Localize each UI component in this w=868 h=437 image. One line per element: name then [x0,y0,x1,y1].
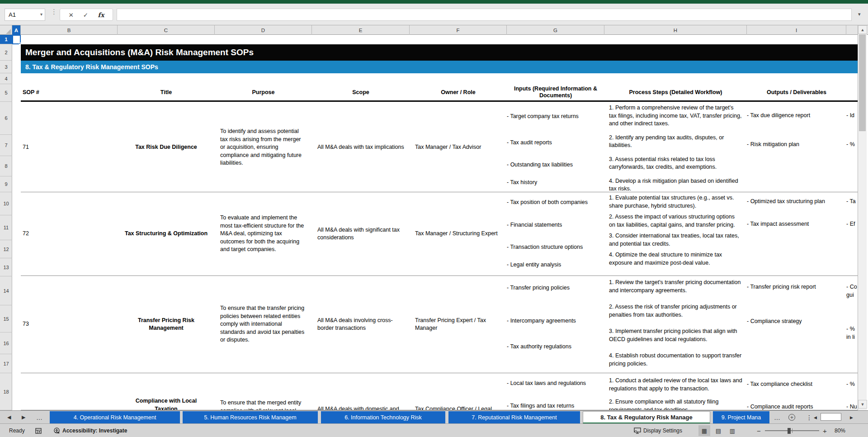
vertical-scroll-thumb[interactable] [859,34,866,131]
cell-purpose[interactable]: To ensure that the merged entity complie… [215,373,312,410]
table-header-6[interactable]: Inputs (Required Information & Documents… [507,84,604,100]
row-header-9[interactable]: 9 [0,176,12,192]
zoom-level[interactable]: 80% [835,424,845,437]
tab-scroll-left-icon[interactable]: ◀ [814,411,817,424]
column-header-f[interactable]: F [410,25,507,35]
macro-record-icon[interactable] [35,424,42,437]
accessibility-status[interactable]: Accessibility: Investigate [53,424,127,437]
column-header-b[interactable]: B [21,25,118,35]
table-header-3[interactable]: Purpose [215,84,312,100]
next-sheet-icon[interactable]: ▶ [22,411,25,424]
cell-outputs[interactable]: - Tax compliance checklist- Compliance a… [747,373,846,410]
name-box[interactable]: A1 ▾ [5,9,45,21]
zoom-slider-thumb[interactable] [788,428,791,434]
cell-owner[interactable]: Tax Manager / Structuring Expert [410,192,507,276]
sheet-tab-9[interactable]: 9. Project Mana [713,411,769,424]
row-header-1[interactable]: 1 [0,35,12,44]
cell-title[interactable]: Tax Structuring & Optimization [118,192,215,276]
column-header-c[interactable]: C [118,25,215,35]
cell-extra-clipped[interactable]: - Co gui- % in li [846,276,858,373]
cell-purpose[interactable]: To identify and assess potential tax ris… [215,102,312,192]
formula-bar-expand-icon[interactable]: ▾ [858,11,861,17]
column-header-i[interactable]: I [747,25,846,35]
normal-view-icon[interactable]: ▦ [698,425,710,436]
sheet-tab-5[interactable]: 5. Human Resources Risk Managem [183,411,318,424]
table-header-8[interactable]: Outputs / Deliverables [747,84,846,100]
cell-extra-clipped[interactable]: - %- Nu [846,373,858,410]
cell-sop-number[interactable]: 71 [21,102,118,192]
zoom-out-icon[interactable]: − [757,424,761,437]
cell-scope[interactable]: All M&A deals involving cross-border tra… [312,276,410,373]
select-all-button[interactable] [0,25,12,35]
cell-extra-clipped[interactable]: - Id- % [846,102,858,192]
cell-process-steps[interactable]: 1. Conduct a detailed review of the loca… [604,373,747,410]
zoom-in-icon[interactable]: + [823,424,827,437]
sheet-tab-7[interactable]: 7. Reputational Risk Management [448,411,580,424]
row-header-16[interactable]: 16 [0,332,12,354]
scroll-down-icon[interactable]: ▼ [858,400,867,408]
row-header-14[interactable]: 14 [0,276,12,305]
cell-sop-number[interactable]: 73 [21,276,118,373]
row-header-2[interactable]: 2 [0,44,12,61]
row-header-4[interactable]: 4 [0,73,12,84]
cell-purpose[interactable]: To ensure that the transfer pricing poli… [215,276,312,373]
cell-title[interactable]: Transfer Pricing Risk Management [118,276,215,373]
name-box-dropdown-icon[interactable]: ▾ [40,12,42,17]
row-header-11[interactable]: 11 [0,215,12,240]
cell-sop-number[interactable]: 72 [21,192,118,276]
table-header-7[interactable]: Process Steps (Detailed Workflow) [604,84,747,100]
row-header-10[interactable]: 10 [0,192,12,215]
cell-process-steps[interactable]: 1. Perform a comprehensive review of the… [604,102,747,192]
column-header-e[interactable]: E [312,25,410,35]
row-header-3[interactable]: 3 [0,61,12,73]
page-layout-view-icon[interactable]: ▤ [712,425,724,436]
cell-title[interactable]: Compliance with Local Taxation [118,373,215,410]
cell-inputs[interactable]: - Tax position of both companies- Financ… [507,192,604,276]
table-header-2[interactable]: Title [118,84,215,100]
cell-sop-number[interactable]: 74 [21,373,118,410]
cell-outputs[interactable]: - Tax due diligence report- Risk mitigat… [747,102,846,192]
cell-scope[interactable]: All M&A deals with tax implications [312,102,410,192]
insert-function-icon[interactable]: fx [98,11,104,19]
scroll-up-icon[interactable]: ▲ [858,25,867,34]
cell-process-steps[interactable]: 1. Evaluate potential tax structures (e.… [604,192,747,276]
cell-outputs[interactable]: - Optimized tax structuring plan- Tax im… [747,192,846,276]
tab-scroll-right-icon[interactable]: ▶ [850,411,853,424]
vertical-scrollbar[interactable]: ▲ ▼ [858,25,867,410]
new-sheet-button[interactable]: + [788,411,795,424]
row-header-12[interactable]: 12 [0,240,12,258]
more-sheets-right-icon[interactable]: … [774,411,780,424]
cell-owner[interactable]: Tax Compliance Officer / Legal [410,373,507,410]
tab-scroll-thumb[interactable] [821,413,841,421]
section-title-cell[interactable]: 8. Tax & Regulatory Risk Management SOPs [21,61,858,73]
active-cell-a1[interactable] [12,35,21,44]
cell-inputs[interactable]: - Target company tax returns- Tax audit … [507,102,604,192]
row-header-13[interactable]: 13 [0,258,12,276]
sheet-tab-4[interactable]: 4. Operational Risk Management [50,411,180,424]
page-break-view-icon[interactable]: ▥ [726,425,738,436]
table-header-5[interactable]: Owner / Role [410,84,507,100]
cell-scope[interactable]: All M&A deals with domestic and [312,373,410,410]
row-header-17[interactable]: 17 [0,354,12,373]
row-header-6[interactable]: 6 [0,102,12,135]
row-header-18[interactable]: 18 [0,373,12,410]
display-settings-button[interactable]: Display Settings [634,424,682,437]
sheet-tab-6[interactable]: 6. Information Technology Risk [321,411,445,424]
cell-outputs[interactable]: - Transfer pricing risk report- Complian… [747,276,846,373]
cell-scope[interactable]: All M&A deals with significant tax consi… [312,192,410,276]
column-header-h[interactable]: H [604,25,747,35]
row-header-8[interactable]: 8 [0,156,12,176]
cancel-icon[interactable]: ✕ [69,11,74,19]
row-header-15[interactable]: 15 [0,305,12,332]
row-header-5[interactable]: 5 [0,84,12,102]
cell-owner[interactable]: Tax Manager / Tax Advisor [410,102,507,192]
table-header-4[interactable]: Scope [312,84,410,100]
cell-inputs[interactable]: - Transfer pricing policies- Intercompan… [507,276,604,373]
cell-process-steps[interactable]: 1. Review the target's transfer pricing … [604,276,747,373]
cell-inputs[interactable]: - Local tax laws and regulations- Tax fi… [507,373,604,410]
sheet-menu-icon[interactable]: ⋮ [806,411,812,424]
cell-owner[interactable]: Transfer Pricing Expert / Tax Manager [410,276,507,373]
cell-title[interactable]: Tax Risk Due Diligence [118,102,215,192]
row-header-7[interactable]: 7 [0,135,12,156]
column-header-g[interactable]: G [507,25,604,35]
